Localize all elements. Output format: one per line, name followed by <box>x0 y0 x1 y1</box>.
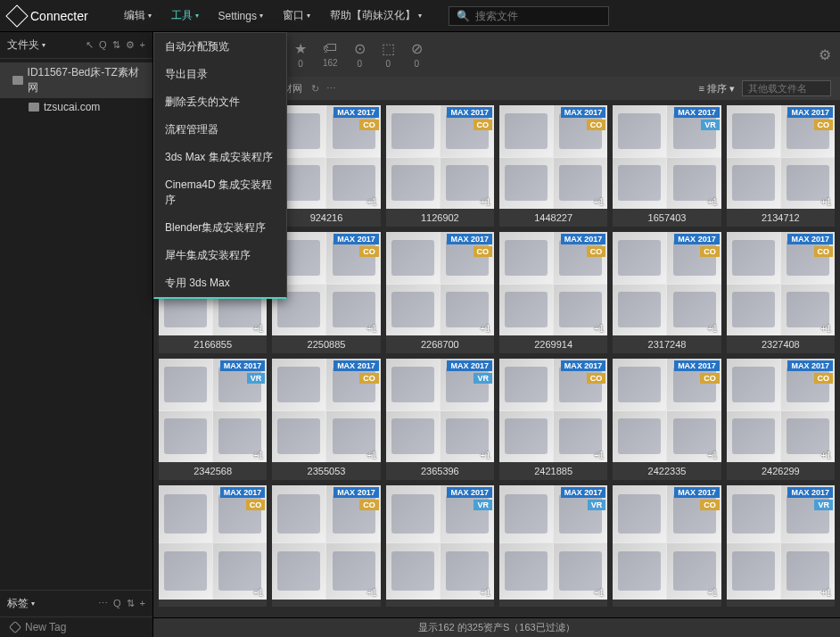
dropdown-item[interactable]: 导出目录 <box>154 61 286 88</box>
asset-card[interactable]: MAX 2017CO+12269914 <box>499 232 607 353</box>
tb-item[interactable]: ⬚0 <box>382 40 395 69</box>
filter-icon[interactable]: ⇅ <box>112 39 120 51</box>
plus-indicator: +1 <box>594 451 604 460</box>
global-search[interactable]: 🔍 <box>449 6 609 26</box>
new-tag-item[interactable]: New Tag <box>0 617 152 637</box>
asset-card[interactable]: MAX 2017VR+1 <box>499 485 607 607</box>
dropdown-item[interactable]: 专用 3ds Max <box>154 269 286 297</box>
gear-icon[interactable]: ⚙ <box>819 46 831 63</box>
renderer-badge: CO <box>700 500 720 510</box>
renderer-badge: CO <box>474 120 493 130</box>
plus-indicator: +1 <box>253 451 263 460</box>
dropdown-item[interactable]: 3ds Max 集成安装程序 <box>154 144 286 171</box>
gear-icon[interactable]: ⚙ <box>126 39 135 51</box>
asset-card[interactable]: MAX 2017CO+12317248 <box>613 232 721 353</box>
add-icon[interactable]: + <box>140 39 145 51</box>
plus-indicator: +1 <box>481 324 490 334</box>
asset-card[interactable]: MAX 2017CO+1 <box>159 485 267 607</box>
menu-窗口[interactable]: 窗口 ▾ <box>274 4 319 27</box>
chevron-down-icon[interactable]: ▾ <box>42 41 45 49</box>
renderer-badge: CO <box>587 246 606 257</box>
filter-icon[interactable]: ⇅ <box>127 598 135 609</box>
dropdown-item[interactable]: 删除丢失的文件 <box>154 88 286 116</box>
tools-dropdown: 自动分配预览导出目录删除丢失的文件流程管理器3ds Max 集成安装程序Cine… <box>153 32 287 299</box>
plus-indicator: +1 <box>821 197 831 207</box>
asset-card[interactable]: MAX 2017CO+12134712 <box>727 105 835 227</box>
sort-label[interactable]: ≡ 排序 ▾ <box>698 82 735 95</box>
refresh-icon[interactable]: ↻ <box>311 83 319 95</box>
asset-card[interactable]: MAX 2017CO+12250885 <box>272 232 380 353</box>
asset-id: 2166855 <box>159 335 267 353</box>
search-icon[interactable]: Q <box>99 39 107 51</box>
asset-card[interactable]: MAX 2017CO+1 <box>272 485 380 607</box>
renderer-badge: CO <box>474 246 493 257</box>
dropdown-item[interactable]: 流程管理器 <box>154 116 286 144</box>
plus-indicator: +1 <box>253 324 263 334</box>
format-badge: MAX 2017 <box>787 487 833 498</box>
add-icon[interactable]: + <box>140 598 145 609</box>
dropdown-item[interactable]: 犀牛集成安装程序 <box>154 242 286 269</box>
asset-card[interactable]: MAX 2017VR+12365396 <box>386 359 494 480</box>
thumbnail: MAX 2017CO+1 <box>499 359 607 462</box>
top-bar: Connecter 编辑 ▾工具 ▾Settings ▾窗口 ▾帮助【萌妹汉化】… <box>0 0 840 32</box>
tb-item[interactable]: ⊙0 <box>354 40 366 69</box>
asset-card[interactable]: MAX 2017VR+1 <box>386 485 494 607</box>
more-icon[interactable]: ⋯ <box>326 83 336 95</box>
asset-card[interactable]: MAX 2017VR+12342568 <box>159 359 267 480</box>
tb-item[interactable]: ★0 <box>294 40 307 69</box>
asset-id: 2317248 <box>613 335 721 353</box>
renderer-badge: CO <box>700 246 720 257</box>
asset-card[interactable]: MAX 2017VR+1 <box>727 485 835 607</box>
asset-id: 1448227 <box>499 209 607 227</box>
file-search-input[interactable] <box>748 83 825 94</box>
renderer-badge: CO <box>814 246 834 257</box>
thumbnail: MAX 2017CO+1 <box>499 105 607 209</box>
asset-id: 1657403 <box>613 209 721 227</box>
format-badge: MAX 2017 <box>674 487 720 498</box>
menu-帮助【萌妹汉化】[interactable]: 帮助【萌妹汉化】 ▾ <box>321 4 431 27</box>
search-input[interactable] <box>475 10 609 22</box>
menu-Settings[interactable]: Settings ▾ <box>210 4 272 27</box>
search-icon[interactable]: Q <box>113 598 121 609</box>
asset-card[interactable]: MAX 2017CO+12327408 <box>727 232 835 353</box>
renderer-badge: CO <box>359 120 379 130</box>
cursor-icon[interactable]: ↖ <box>86 39 94 51</box>
asset-id: 2355053 <box>272 462 380 480</box>
sidebar: 文件夹 ▾ ↖ Q ⇅ ⚙ + ID11567-Bed床-TZ素材网tzsuca… <box>0 32 153 637</box>
dots-icon[interactable]: ⋯ <box>98 598 108 609</box>
tree-item[interactable]: ID11567-Bed床-TZ素材网 <box>0 62 152 98</box>
asset-card[interactable]: MAX 2017VR+11657403 <box>613 105 721 227</box>
asset-card[interactable]: MAX 2017CO+12421885 <box>499 359 607 480</box>
dropdown-item[interactable]: Cinema4D 集成安装程序 <box>154 171 286 214</box>
renderer-badge: VR <box>474 500 492 510</box>
plus-indicator: +1 <box>253 588 263 598</box>
file-search[interactable] <box>742 80 831 96</box>
tb-item[interactable]: 🏷162 <box>323 40 338 69</box>
tree-item[interactable]: tzsucai.com <box>0 98 152 116</box>
asset-card[interactable]: MAX 2017CO+11448227 <box>499 105 607 227</box>
plus-indicator: +1 <box>366 588 376 598</box>
asset-card[interactable]: MAX 2017CO+11126902 <box>386 105 494 227</box>
asset-card[interactable]: MAX 2017CO+12426299 <box>727 359 835 480</box>
plus-indicator: +1 <box>594 197 604 207</box>
asset-id <box>272 600 380 607</box>
tags-title: 标签 <box>7 596 29 611</box>
status-bar: 显示162 的325资产S（163已过滤） <box>153 617 840 637</box>
dropdown-item[interactable]: 自动分配预览 <box>154 33 286 61</box>
asset-card[interactable]: MAX 2017CO+12355053 <box>272 359 380 480</box>
chevron-down-icon[interactable]: ▾ <box>31 600 35 608</box>
plus-indicator: +1 <box>821 451 831 460</box>
format-badge: MAX 2017 <box>447 234 492 244</box>
tb-item[interactable]: ⊘0 <box>411 40 423 69</box>
asset-card[interactable]: MAX 2017CO+1 <box>613 485 721 607</box>
renderer-badge: CO <box>246 500 266 510</box>
plus-indicator: +1 <box>366 451 376 460</box>
folder-icon <box>29 103 39 112</box>
asset-card[interactable]: MAX 2017CO+12268700 <box>386 232 494 353</box>
menu-编辑[interactable]: 编辑 ▾ <box>115 4 161 27</box>
asset-card[interactable]: MAX 2017CO+1924216 <box>272 105 380 227</box>
renderer-badge: CO <box>587 120 606 130</box>
asset-card[interactable]: MAX 2017CO+12422335 <box>613 359 721 480</box>
dropdown-item[interactable]: Blender集成安装程序 <box>154 214 286 242</box>
menu-工具[interactable]: 工具 ▾ <box>162 4 208 27</box>
